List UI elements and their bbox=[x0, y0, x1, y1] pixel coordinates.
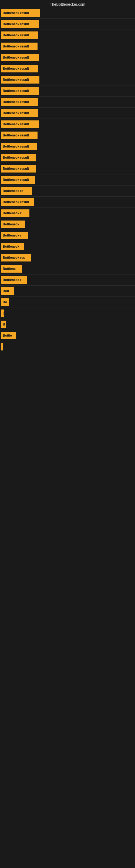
bar-row: Bottleneck bbox=[0, 219, 135, 230]
bottleneck-bar: Bottlene bbox=[1, 265, 22, 273]
bar-row: Bottleneck bbox=[0, 241, 135, 252]
bottleneck-bar: Bottleneck result bbox=[1, 65, 38, 72]
bar-row: Bottleneck result bbox=[0, 141, 135, 152]
bottleneck-bar: Bottleneck result bbox=[1, 154, 36, 161]
bottleneck-bar: Bottleneck result bbox=[1, 54, 39, 61]
bottleneck-bar: Bottleneck r bbox=[1, 209, 30, 217]
bar-row: Bottleneck result bbox=[0, 63, 135, 74]
bar-row: Bottleneck result bbox=[0, 108, 135, 119]
bottleneck-bar: Bottleneck res bbox=[1, 254, 31, 261]
bar-row: Bottleneck result bbox=[0, 19, 135, 30]
bottleneck-bar: Bottleneck result bbox=[1, 143, 37, 150]
bottleneck-bar: Bottleneck result bbox=[1, 131, 38, 139]
bottleneck-bar: | bbox=[1, 343, 3, 350]
bottleneck-bar: Bottleneck r bbox=[1, 276, 27, 284]
bottleneck-bar: Bo bbox=[1, 299, 9, 306]
bottleneck-bar: Bottleneck result bbox=[1, 198, 34, 206]
bottleneck-bar: Bott bbox=[1, 287, 14, 295]
bottleneck-bar: Bottleneck result bbox=[1, 176, 35, 184]
bar-row: Bottleneck result bbox=[0, 163, 135, 174]
bar-row: Bottleneck result bbox=[0, 41, 135, 52]
bottleneck-bar: Bottleneck result bbox=[1, 98, 38, 106]
bars-container: Bottleneck resultBottleneck resultBottle… bbox=[0, 8, 135, 352]
bar-row: Bottleneck result bbox=[0, 52, 135, 63]
bottleneck-bar: Bottleneck result bbox=[1, 109, 38, 117]
bar-row: Bottleneck result bbox=[0, 152, 135, 163]
bar-row: B bbox=[0, 319, 135, 330]
bottleneck-bar: Bottleneck result bbox=[1, 76, 39, 84]
bottleneck-bar: Bottleneck result bbox=[1, 165, 36, 173]
bottleneck-bar: Bottleneck result bbox=[1, 9, 40, 17]
bottleneck-bar: Bottleneck result bbox=[1, 120, 39, 128]
bar-row: Bottleneck result bbox=[0, 197, 135, 208]
bar-row: Bottleneck result bbox=[0, 86, 135, 96]
header: TheBottlenecker.com bbox=[0, 0, 135, 8]
bar-row: Bottleneck result bbox=[0, 175, 135, 185]
bottleneck-bar: Bottleneck result bbox=[1, 42, 38, 50]
bottleneck-bar: B bbox=[1, 321, 6, 328]
bar-row: | bbox=[0, 341, 135, 352]
bar-row: Bottleneck result bbox=[0, 30, 135, 41]
bottleneck-bar: Bottleneck bbox=[1, 220, 25, 228]
bar-row: Bottle bbox=[0, 330, 135, 341]
bottleneck-bar: Bottleneck result bbox=[1, 20, 39, 28]
bar-row: Bottleneck res bbox=[0, 252, 135, 263]
bar-row: Bottleneck result bbox=[0, 74, 135, 85]
bottleneck-bar: | bbox=[1, 310, 4, 317]
bottleneck-bar: Bottleneck result bbox=[1, 87, 39, 95]
bar-row: Bottleneck result bbox=[0, 130, 135, 141]
bar-row: Bottleneck re bbox=[0, 186, 135, 196]
bar-row: Bottleneck r bbox=[0, 208, 135, 219]
bar-row: Bott bbox=[0, 286, 135, 297]
site-title: TheBottlenecker.com bbox=[0, 0, 135, 8]
bar-row: Bottleneck result bbox=[0, 119, 135, 130]
bottleneck-bar: Bottleneck r bbox=[1, 231, 28, 239]
bar-row: Bottleneck r bbox=[0, 275, 135, 285]
bottleneck-bar: Bottleneck result bbox=[1, 31, 38, 39]
bottleneck-bar: Bottle bbox=[1, 332, 16, 339]
bar-row: Bottleneck result bbox=[0, 97, 135, 107]
bar-row: Bottleneck r bbox=[0, 230, 135, 241]
bar-row: Bo bbox=[0, 297, 135, 308]
bar-row: Bottlene bbox=[0, 264, 135, 274]
bottleneck-bar: Bottleneck bbox=[1, 243, 24, 250]
bar-row: | bbox=[0, 308, 135, 319]
bottleneck-bar: Bottleneck re bbox=[1, 187, 32, 195]
bar-row: Bottleneck result bbox=[0, 8, 135, 19]
